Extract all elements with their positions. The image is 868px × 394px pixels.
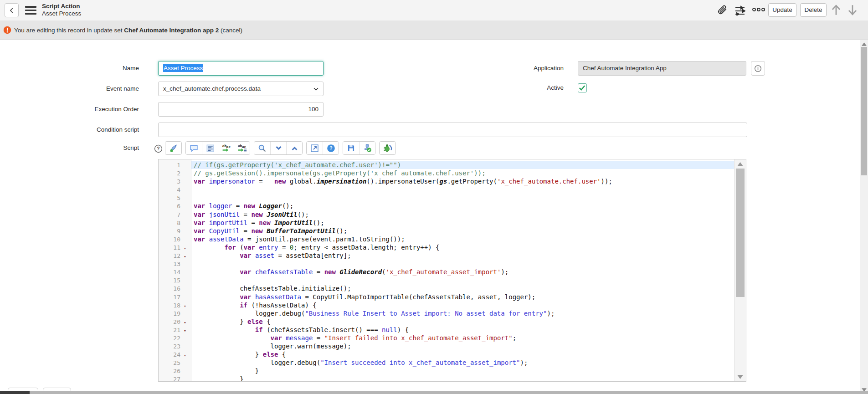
personalize-form-icon[interactable] <box>734 5 746 17</box>
code-line: logger.warn(message); <box>191 342 734 350</box>
gutter-line: 10 <box>159 235 191 243</box>
syntax-editor-toggle-button[interactable] <box>165 142 181 154</box>
syntax-editor-toggle-icon <box>169 143 178 153</box>
code-line: } <box>191 375 734 381</box>
line-number: 12 <box>159 252 180 260</box>
code-line: // gs.getSession().impersonate(gs.getPro… <box>191 169 734 177</box>
code-line <box>191 276 734 284</box>
page-title: Script Action Asset Process <box>42 3 81 17</box>
code-line: for (var entry = 0; entry < assetData.le… <box>191 243 734 251</box>
toolbar-group <box>343 141 375 155</box>
gutter-line: 8 <box>159 219 191 227</box>
event-name-label: Event name <box>21 82 139 96</box>
line-number: 8 <box>159 219 180 227</box>
search-button[interactable] <box>254 142 270 154</box>
find-next-button[interactable] <box>270 142 286 154</box>
application-info-button[interactable] <box>751 61 765 76</box>
line-number: 16 <box>159 285 180 293</box>
horizontal-scrollbar[interactable] <box>0 391 868 394</box>
line-number: 25 <box>159 359 180 367</box>
gutter-line: 17 <box>159 293 191 301</box>
record-type: Script Action <box>42 3 81 10</box>
editor-scrollbar-thumb[interactable] <box>736 169 745 297</box>
code-line: var hasAssetData = CopyUtil.MapToImportT… <box>191 293 734 301</box>
update-button[interactable]: Update <box>768 3 796 17</box>
line-number: 3 <box>159 178 180 186</box>
fold-marker-icon[interactable]: ▾ <box>180 302 190 310</box>
active-checkbox[interactable] <box>578 83 587 92</box>
delete-button[interactable]: Delete <box>800 3 827 17</box>
page-scroll-up-icon[interactable] <box>860 41 868 47</box>
editor-code[interactable]: // if(gs.getProperty('x_chef_automate.ch… <box>191 159 734 381</box>
code-line: if (!hasAssetData) { <box>191 301 734 309</box>
check-syntax-icon <box>362 143 372 153</box>
find-previous-button[interactable] <box>286 142 302 154</box>
script-editor[interactable]: 1234567891011▾12▾131415161718▾1920▾21▾22… <box>158 159 746 382</box>
script-editor-toolbar: abacabac? <box>165 141 396 155</box>
code-line: var asset = assetData[entry]; <box>191 251 734 260</box>
horizontal-scrollbar-thumb[interactable] <box>0 391 30 394</box>
back-button[interactable] <box>5 3 19 17</box>
page-scrollbar[interactable] <box>860 40 868 394</box>
line-number: 15 <box>159 276 180 285</box>
code-line: var message = "Insert failed into x_chef… <box>191 334 734 342</box>
replace-icon: abac <box>221 143 231 153</box>
svg-text:ac: ac <box>226 144 231 148</box>
toggle-fullscreen-button[interactable] <box>307 142 323 154</box>
attachment-icon[interactable] <box>716 4 728 16</box>
save-button[interactable] <box>343 142 359 154</box>
editor-scrollbar[interactable] <box>734 159 746 381</box>
find-previous-icon <box>290 144 299 153</box>
replace-all-icon: abac <box>237 143 247 153</box>
code-line: var logger = new Logger(); <box>191 202 734 210</box>
toggle-comment-button[interactable] <box>186 142 202 154</box>
more-options-icon[interactable] <box>752 6 764 18</box>
condition-script-input[interactable] <box>158 123 747 137</box>
code-line: var assetData = jsonUtil.parse(event.par… <box>191 235 734 243</box>
next-record-icon[interactable] <box>847 4 858 16</box>
code-line: } else { <box>191 350 734 358</box>
warning-icon <box>3 26 11 34</box>
gutter-line: 26 <box>159 367 191 375</box>
application-label: Application <box>504 61 564 76</box>
application-field: Chef Automate Integration App <box>578 61 746 76</box>
format-code-button[interactable] <box>202 142 218 154</box>
update-set-warning-bar: You are editing this record in update se… <box>0 20 868 40</box>
gutter-line: 21▾ <box>159 326 191 334</box>
page-scrollbar-thumb[interactable] <box>861 47 867 175</box>
line-number: 21 <box>159 326 180 334</box>
cancel-link[interactable]: (cancel) <box>219 27 242 34</box>
gutter-line: 13 <box>159 260 191 268</box>
line-number: 17 <box>159 293 180 302</box>
execution-order-input[interactable]: 100 <box>158 102 324 117</box>
gutter-line: 3 <box>159 177 191 185</box>
toolbar-group: abacabac <box>185 141 250 155</box>
script-debugger-button[interactable] <box>380 142 395 154</box>
code-line: var jsonUtil = new JsonUtil(); <box>191 210 734 219</box>
line-number: 27 <box>159 375 180 382</box>
update-set-name: Chef Automate Integration app 2 <box>124 27 219 34</box>
gutter-line: 4 <box>159 185 191 194</box>
gutter-line: 23 <box>159 342 191 350</box>
code-line: if (chefAssetsTable.insert() === null) { <box>191 326 734 334</box>
editor-help-button[interactable]: ? <box>323 142 339 154</box>
scroll-down-icon[interactable] <box>734 374 746 380</box>
editor-help-icon: ? <box>326 143 336 153</box>
context-menu-icon[interactable] <box>25 6 36 15</box>
line-number: 13 <box>159 260 180 268</box>
replace-all-button[interactable]: abac <box>234 142 250 154</box>
gutter-line: 7 <box>159 210 191 219</box>
code-line: // if(gs.getProperty('x_chef_automate.ch… <box>191 161 734 169</box>
line-number: 2 <box>159 169 180 178</box>
replace-button[interactable]: abac <box>218 142 234 154</box>
check-syntax-button[interactable] <box>359 142 375 154</box>
event-name-select[interactable]: x_chef_automate.chef.process.data <box>158 82 324 96</box>
name-label: Name <box>21 61 139 76</box>
name-input[interactable]: Asset Process <box>158 61 324 76</box>
previous-record-icon[interactable] <box>830 4 842 16</box>
gutter-line: 16 <box>159 284 191 292</box>
code-line <box>191 260 734 268</box>
script-help-icon[interactable]: ? <box>154 144 163 153</box>
scroll-up-icon[interactable] <box>734 161 746 167</box>
line-number: 9 <box>159 227 180 235</box>
